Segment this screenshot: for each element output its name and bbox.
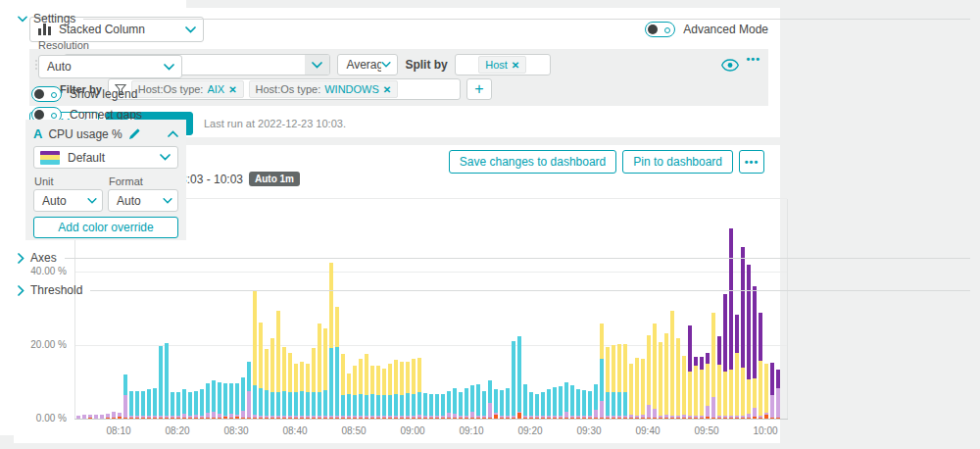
- bar-segment-host-orange: [517, 413, 521, 419]
- bar-segment-host-violet: [229, 414, 233, 418]
- filter-key: Host:Os type:: [138, 83, 204, 95]
- bar-segment-host-yellow: [664, 333, 668, 415]
- edit-pencil-icon[interactable]: [128, 128, 140, 140]
- bar-segment-host-orange: [200, 418, 204, 420]
- filter-key: Host:Os type:: [256, 83, 321, 95]
- bar-segment-host-cyan: [606, 392, 610, 416]
- bar-segment-host-yellow: [753, 378, 757, 408]
- resolution-select[interactable]: Auto: [38, 55, 182, 78]
- save-to-dashboard-button[interactable]: Save changes to dashboard: [449, 150, 616, 174]
- settings-section-header[interactable]: Settings: [18, 12, 970, 25]
- bar-segment-host-violet: [171, 416, 174, 418]
- bar-segment-host-purple: [753, 286, 757, 378]
- bar-segment-host-orange: [623, 418, 627, 419]
- bar-segment-host-yellow: [359, 359, 363, 394]
- bar-segment-host-violet: [335, 416, 339, 418]
- bar-segment-host-orange: [735, 418, 739, 419]
- bar-segment-host-violet: [282, 416, 286, 418]
- pin-to-dashboard-button[interactable]: Pin to dashboard: [622, 150, 733, 174]
- add-color-override-button[interactable]: Add color override: [33, 217, 178, 238]
- bar-segment-host-violet: [100, 415, 104, 419]
- chevron-down-icon: [178, 26, 203, 33]
- bar-segment-host-orange: [600, 418, 604, 419]
- bar-segment-host-cyan: [529, 392, 533, 416]
- bar-segment-host-cyan: [412, 394, 416, 417]
- color-palette-select[interactable]: Default: [33, 146, 178, 169]
- bar-segment-host-orange: [165, 418, 169, 419]
- filter-value: AIX: [207, 83, 224, 95]
- bar-segment-host-orange: [188, 418, 192, 420]
- bar-segment-host-violet: [88, 415, 92, 418]
- bar-segment-host-violet: [141, 416, 145, 418]
- chevron-down-icon: [153, 154, 177, 161]
- bar-segment-host-violet: [82, 415, 86, 419]
- result-options-menu[interactable]: •••: [739, 150, 764, 174]
- bar-segment-host-violet: [247, 391, 251, 418]
- bar-segment-host-cyan: [153, 388, 157, 416]
- filter-tag[interactable]: Host:Os type: AIX ✕: [131, 80, 244, 98]
- bar-segment-host-orange: [764, 415, 768, 419]
- x-tick-label: 09:00: [400, 425, 424, 436]
- x-axis-line: [74, 419, 788, 420]
- bar-segment-host-cyan: [359, 394, 363, 416]
- bar-segment-host-yellow: [400, 362, 404, 395]
- bar-segment-host-violet: [123, 395, 127, 418]
- y-tick-label: 20.00 %: [30, 339, 67, 350]
- bar-segment-host-violet: [188, 416, 192, 418]
- add-filter-button[interactable]: +: [466, 78, 492, 100]
- bar-segment-host-orange: [123, 418, 127, 419]
- bar-segment-host-violet: [353, 416, 357, 418]
- remove-tag-icon[interactable]: ✕: [512, 60, 519, 71]
- bar-segment-host-orange: [723, 418, 727, 419]
- aggregation-select[interactable]: Average: [337, 54, 398, 75]
- unit-select[interactable]: Auto: [33, 189, 103, 212]
- bar-segment-host-cyan: [512, 341, 515, 416]
- bar-segment-host-cyan: [141, 391, 145, 416]
- bar-segment-host-yellow: [323, 328, 327, 390]
- bar-segment-host-orange: [282, 418, 286, 419]
- split-by-tag[interactable]: Host ✕: [478, 56, 526, 74]
- remove-tag-icon[interactable]: ✕: [383, 84, 391, 95]
- bar-segment-host-violet: [135, 416, 139, 418]
- preview-eye-icon[interactable]: [721, 59, 739, 72]
- bar-segment-host-cyan: [306, 392, 310, 416]
- bar-segment-host-yellow: [682, 356, 686, 415]
- bar-segment-host-violet: [635, 416, 639, 418]
- bar-segment-host-violet: [506, 416, 510, 418]
- split-by-input[interactable]: Host ✕: [455, 54, 551, 75]
- show-legend-toggle[interactable]: [31, 86, 62, 102]
- bar-segment-host-violet: [235, 415, 239, 417]
- remove-tag-icon[interactable]: ✕: [228, 84, 236, 95]
- bar-segment-host-violet: [300, 416, 304, 418]
- filter-tag[interactable]: Host:Os type: WINDOWS ✕: [249, 80, 399, 98]
- bar-segment-host-violet: [206, 413, 210, 418]
- x-tick-label: 08:20: [165, 425, 189, 436]
- bar-segment-host-violet: [423, 416, 427, 418]
- x-tick-label: 09:40: [635, 425, 660, 436]
- bar-segment-host-cyan: [347, 394, 351, 416]
- bar-segment-host-yellow: [312, 348, 316, 392]
- axes-section-header[interactable]: Axes: [18, 251, 970, 265]
- bar-segment-host-cyan: [564, 382, 568, 413]
- bar-segment-host-violet: [253, 415, 257, 417]
- bar-segment-host-yellow: [706, 364, 710, 406]
- threshold-title: Threshold: [30, 283, 82, 297]
- filter-input[interactable]: Host:Os type: AIX ✕ Host:Os type: WINDOW…: [108, 78, 461, 100]
- bar-segment-host-cyan: [517, 336, 521, 412]
- bar-segment-host-violet: [564, 412, 568, 418]
- bar-segment-host-cyan: [300, 391, 304, 417]
- bar-segment-host-violet: [359, 416, 363, 418]
- chevron-down-icon: [87, 198, 102, 204]
- bar-segment-host-violet: [453, 414, 457, 418]
- bar-segment-host-violet: [347, 416, 351, 418]
- bar-segment-host-cyan: [459, 392, 463, 416]
- bar-segment-host-violet: [329, 416, 333, 418]
- format-select[interactable]: Auto: [108, 189, 178, 212]
- threshold-section-header[interactable]: Threshold: [18, 283, 970, 297]
- bar-segment-host-yellow: [717, 365, 721, 417]
- bar-segment-host-violet: [476, 416, 480, 418]
- bar-segment-host-cyan: [370, 394, 374, 416]
- metric-options-menu[interactable]: •••: [746, 53, 760, 76]
- chevron-up-icon[interactable]: [168, 130, 178, 137]
- resolution-badge: Auto 1m: [249, 172, 300, 186]
